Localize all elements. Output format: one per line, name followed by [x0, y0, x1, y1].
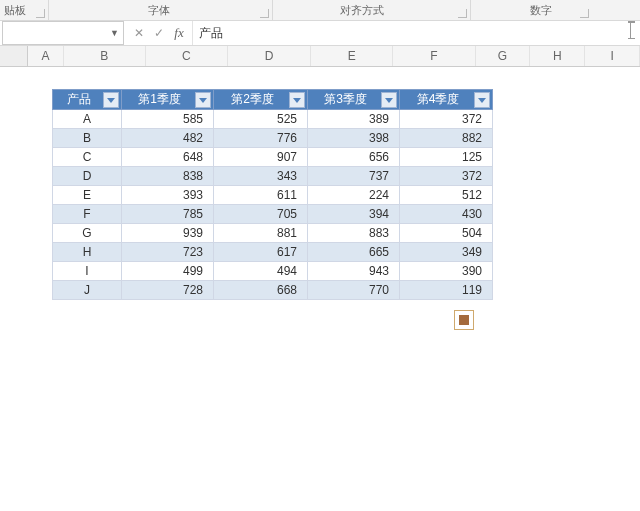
column-header[interactable]: D: [228, 46, 311, 66]
table-cell[interactable]: 665: [308, 243, 400, 262]
table-cell[interactable]: 668: [214, 281, 308, 300]
table-cell[interactable]: J: [53, 281, 122, 300]
cancel-icon[interactable]: ✕: [130, 24, 148, 42]
table-cell[interactable]: 882: [400, 129, 493, 148]
table-row[interactable]: G939881883504: [53, 224, 493, 243]
table-cell[interactable]: 349: [400, 243, 493, 262]
table-cell[interactable]: 389: [308, 110, 400, 129]
table-cell[interactable]: 343: [214, 167, 308, 186]
table-cell[interactable]: 907: [214, 148, 308, 167]
table-row[interactable]: A585525389372: [53, 110, 493, 129]
table-row[interactable]: I499494943390: [53, 262, 493, 281]
table-cell[interactable]: 723: [122, 243, 214, 262]
enter-icon[interactable]: ✓: [150, 24, 168, 42]
table-cell[interactable]: 617: [214, 243, 308, 262]
table-cell[interactable]: 512: [400, 186, 493, 205]
filter-dropdown-icon[interactable]: [381, 92, 397, 108]
table-row[interactable]: D838343737372: [53, 167, 493, 186]
table-cell[interactable]: 125: [400, 148, 493, 167]
table-cell[interactable]: 838: [122, 167, 214, 186]
table-row[interactable]: F785705394430: [53, 205, 493, 224]
column-header[interactable]: E: [311, 46, 393, 66]
table-cell[interactable]: 881: [214, 224, 308, 243]
data-table: 产品第1季度第2季度第3季度第4季度 A585525389372B4827763…: [52, 89, 493, 300]
table-cell[interactable]: 728: [122, 281, 214, 300]
table-cell[interactable]: 785: [122, 205, 214, 224]
table-cell[interactable]: 776: [214, 129, 308, 148]
table-row[interactable]: J728668770119: [53, 281, 493, 300]
table-row[interactable]: B482776398882: [53, 129, 493, 148]
table-cell[interactable]: 737: [308, 167, 400, 186]
table-cell[interactable]: 430: [400, 205, 493, 224]
table-cell[interactable]: 656: [308, 148, 400, 167]
table-cell[interactable]: 119: [400, 281, 493, 300]
table-cell[interactable]: 525: [214, 110, 308, 129]
table-cell[interactable]: 939: [122, 224, 214, 243]
table-row[interactable]: E393611224512: [53, 186, 493, 205]
table-cell[interactable]: 372: [400, 110, 493, 129]
filter-dropdown-icon[interactable]: [195, 92, 211, 108]
table-row[interactable]: H723617665349: [53, 243, 493, 262]
table-cell[interactable]: D: [53, 167, 122, 186]
table-cell[interactable]: A: [53, 110, 122, 129]
table-cell[interactable]: F: [53, 205, 122, 224]
table-cell[interactable]: 770: [308, 281, 400, 300]
dialog-launcher-icon[interactable]: [458, 9, 467, 18]
column-header[interactable]: H: [530, 46, 585, 66]
table-cell[interactable]: C: [53, 148, 122, 167]
filter-dropdown-icon[interactable]: [289, 92, 305, 108]
ribbon-group-number: 数字: [530, 3, 552, 18]
column-headers: ABCDEFGHI: [0, 46, 640, 67]
table-header-row: 产品第1季度第2季度第3季度第4季度: [53, 90, 493, 110]
ribbon-group-font: 字体: [148, 3, 170, 18]
select-all-corner[interactable]: [0, 46, 28, 66]
table-cell[interactable]: 494: [214, 262, 308, 281]
table-cell[interactable]: 394: [308, 205, 400, 224]
ribbon-group-align: 对齐方式: [340, 3, 384, 18]
dialog-launcher-icon[interactable]: [260, 9, 269, 18]
chevron-down-icon[interactable]: ▼: [110, 28, 119, 38]
table-cell[interactable]: 224: [308, 186, 400, 205]
smart-tag-icon[interactable]: [454, 310, 474, 330]
column-header[interactable]: B: [64, 46, 146, 66]
column-header[interactable]: I: [585, 46, 640, 66]
fx-icon[interactable]: fx: [170, 24, 188, 42]
table-cell[interactable]: B: [53, 129, 122, 148]
table-header-cell[interactable]: 第4季度: [400, 90, 493, 110]
table-cell[interactable]: 943: [308, 262, 400, 281]
table-cell[interactable]: 883: [308, 224, 400, 243]
text-cursor-icon: [630, 22, 632, 38]
table-header-cell[interactable]: 第3季度: [308, 90, 400, 110]
table-cell[interactable]: 398: [308, 129, 400, 148]
name-box[interactable]: ▼: [2, 21, 124, 45]
table-cell[interactable]: H: [53, 243, 122, 262]
table-header-cell[interactable]: 第2季度: [214, 90, 308, 110]
table-cell[interactable]: 390: [400, 262, 493, 281]
dialog-launcher-icon[interactable]: [36, 9, 45, 18]
table-cell[interactable]: 499: [122, 262, 214, 281]
table-cell[interactable]: 482: [122, 129, 214, 148]
table-header-cell[interactable]: 产品: [53, 90, 122, 110]
ribbon-group-clipboard: 贴板: [4, 3, 26, 18]
column-header[interactable]: F: [393, 46, 475, 66]
table-cell[interactable]: 705: [214, 205, 308, 224]
worksheet-grid[interactable]: 产品第1季度第2季度第3季度第4季度 A585525389372B4827763…: [0, 65, 640, 511]
column-header[interactable]: G: [476, 46, 531, 66]
dialog-launcher-icon[interactable]: [580, 9, 589, 18]
table-cell[interactable]: 504: [400, 224, 493, 243]
column-header[interactable]: C: [146, 46, 228, 66]
table-header-cell[interactable]: 第1季度: [122, 90, 214, 110]
table-cell[interactable]: 393: [122, 186, 214, 205]
table-cell[interactable]: I: [53, 262, 122, 281]
table-cell[interactable]: E: [53, 186, 122, 205]
table-cell[interactable]: 611: [214, 186, 308, 205]
filter-dropdown-icon[interactable]: [103, 92, 119, 108]
table-cell[interactable]: 648: [122, 148, 214, 167]
table-cell[interactable]: 585: [122, 110, 214, 129]
filter-dropdown-icon[interactable]: [474, 92, 490, 108]
table-cell[interactable]: G: [53, 224, 122, 243]
column-header[interactable]: A: [28, 46, 63, 66]
table-cell[interactable]: 372: [400, 167, 493, 186]
table-row[interactable]: C648907656125: [53, 148, 493, 167]
formula-input[interactable]: 产品: [193, 21, 640, 45]
